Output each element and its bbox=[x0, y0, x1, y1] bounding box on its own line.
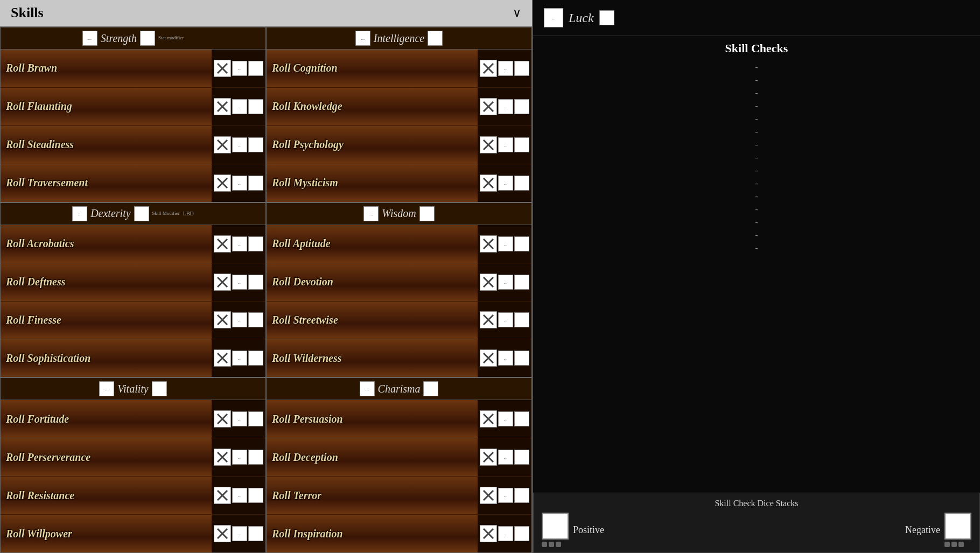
skill-empty-box-3[interactable] bbox=[248, 526, 263, 541]
skill-btn-roll-willpower[interactable]: Roll Willpower bbox=[1, 515, 212, 552]
skill-x-box-3[interactable] bbox=[480, 349, 497, 367]
skill-empty-box-1[interactable] bbox=[248, 450, 263, 465]
skill-btn-roll-sophistication[interactable]: Roll Sophistication bbox=[1, 339, 212, 377]
skill-btn-roll-perserverance[interactable]: Roll Perserverance bbox=[1, 438, 212, 476]
skill-x-box-0[interactable] bbox=[214, 410, 231, 428]
chevron-down-icon[interactable]: ∨ bbox=[513, 6, 521, 20]
stat-dots-vitality[interactable]: ... bbox=[99, 381, 114, 396]
stat-dots-dexterity[interactable]: ... bbox=[72, 206, 87, 221]
skill-empty-box-1[interactable] bbox=[514, 99, 529, 114]
skill-x-box-1[interactable] bbox=[214, 98, 231, 115]
skill-x-box-2[interactable] bbox=[480, 487, 497, 504]
skill-dots-box-1[interactable]: ... bbox=[232, 99, 247, 114]
skill-btn-roll-cognition[interactable]: Roll Cognition bbox=[267, 50, 478, 87]
skill-x-box-1[interactable] bbox=[214, 449, 231, 466]
skill-empty-box-1[interactable] bbox=[514, 275, 529, 290]
skill-x-box-2[interactable] bbox=[214, 136, 231, 153]
stat-val-intelligence[interactable] bbox=[428, 31, 443, 46]
skill-empty-box-2[interactable] bbox=[248, 137, 263, 152]
skill-btn-roll-deception[interactable]: Roll Deception bbox=[267, 438, 478, 476]
skill-x-box-3[interactable] bbox=[214, 349, 231, 367]
skill-empty-box-2[interactable] bbox=[514, 137, 529, 152]
skill-empty-box-0[interactable] bbox=[514, 236, 529, 251]
skill-x-box-0[interactable] bbox=[480, 410, 497, 428]
skill-dots-box-3[interactable]: ... bbox=[232, 176, 247, 191]
skill-btn-roll-traversement[interactable]: Roll Traversement bbox=[1, 164, 212, 202]
skill-x-box-0[interactable] bbox=[214, 60, 231, 77]
skill-dots-box-1[interactable]: ... bbox=[498, 450, 513, 465]
skill-x-box-0[interactable] bbox=[214, 235, 231, 253]
skill-x-box-1[interactable] bbox=[480, 98, 497, 115]
skill-x-box-0[interactable] bbox=[480, 235, 497, 253]
skill-dots-box-3[interactable]: ... bbox=[498, 351, 513, 366]
skill-dots-box-3[interactable]: ... bbox=[498, 176, 513, 191]
skill-x-box-3[interactable] bbox=[480, 525, 497, 542]
stat-dots-wisdom[interactable]: ... bbox=[363, 206, 379, 221]
skill-empty-box-1[interactable] bbox=[248, 275, 263, 290]
skill-dots-box-0[interactable]: ... bbox=[232, 236, 247, 251]
skill-btn-roll-resistance[interactable]: Roll Resistance bbox=[1, 477, 212, 514]
skill-dots-box-0[interactable]: ... bbox=[498, 411, 513, 426]
skill-empty-box-2[interactable] bbox=[248, 312, 263, 327]
skill-dots-box-2[interactable]: ... bbox=[232, 137, 247, 152]
stat-dots-intelligence[interactable]: ... bbox=[355, 31, 370, 46]
negative-dice-box[interactable] bbox=[944, 513, 971, 540]
skill-empty-box-3[interactable] bbox=[514, 526, 529, 541]
skill-empty-box-3[interactable] bbox=[248, 351, 263, 366]
skill-btn-roll-streetwise[interactable]: Roll Streetwise bbox=[267, 302, 478, 339]
skill-empty-box-2[interactable] bbox=[514, 488, 529, 503]
skill-btn-roll-wilderness[interactable]: Roll Wilderness bbox=[267, 339, 478, 377]
skill-dots-box-1[interactable]: ... bbox=[232, 275, 247, 290]
skill-btn-roll-aptitude[interactable]: Roll Aptitude bbox=[267, 225, 478, 263]
skill-dots-box-2[interactable]: ... bbox=[498, 312, 513, 327]
skill-btn-roll-inspiration[interactable]: Roll Inspiration bbox=[267, 515, 478, 552]
skill-btn-roll-terror[interactable]: Roll Terror bbox=[267, 477, 478, 514]
stat-dots-strength[interactable]: ... bbox=[82, 31, 97, 46]
skill-btn-roll-devotion[interactable]: Roll Devotion bbox=[267, 263, 478, 301]
skill-x-box-2[interactable] bbox=[480, 311, 497, 328]
skill-dots-box-3[interactable]: ... bbox=[232, 351, 247, 366]
skill-x-box-2[interactable] bbox=[214, 311, 231, 328]
positive-dice-box[interactable] bbox=[542, 513, 569, 540]
skill-btn-roll-persuasion[interactable]: Roll Persuasion bbox=[267, 400, 478, 438]
skill-btn-roll-deftness[interactable]: Roll Deftness bbox=[1, 263, 212, 301]
skill-dots-box-1[interactable]: ... bbox=[232, 450, 247, 465]
skill-empty-box-0[interactable] bbox=[514, 61, 529, 76]
skill-x-box-3[interactable] bbox=[480, 174, 497, 192]
skill-empty-box-0[interactable] bbox=[514, 411, 529, 426]
skill-x-box-1[interactable] bbox=[480, 449, 497, 466]
skill-dots-box-0[interactable]: ... bbox=[498, 61, 513, 76]
skill-empty-box-3[interactable] bbox=[248, 176, 263, 191]
skill-dots-box-1[interactable]: ... bbox=[498, 275, 513, 290]
luck-dots-box[interactable]: ... bbox=[544, 8, 563, 27]
skill-empty-box-0[interactable] bbox=[248, 236, 263, 251]
skill-empty-box-1[interactable] bbox=[248, 99, 263, 114]
stat-val-dexterity[interactable] bbox=[134, 206, 149, 221]
stat-val-charisma[interactable] bbox=[423, 381, 438, 396]
stat-dots-charisma[interactable]: ... bbox=[360, 381, 375, 396]
skill-x-box-0[interactable] bbox=[480, 60, 497, 77]
skill-dots-box-3[interactable]: ... bbox=[498, 526, 513, 541]
skill-dots-box-2[interactable]: ... bbox=[498, 137, 513, 152]
skill-empty-box-2[interactable] bbox=[248, 488, 263, 503]
skill-dots-box-1[interactable]: ... bbox=[498, 99, 513, 114]
skill-dots-box-0[interactable]: ... bbox=[232, 411, 247, 426]
skill-btn-roll-brawn[interactable]: Roll Brawn bbox=[1, 50, 212, 87]
skill-empty-box-1[interactable] bbox=[514, 450, 529, 465]
skill-empty-box-0[interactable] bbox=[248, 61, 263, 76]
stat-val-wisdom[interactable] bbox=[419, 206, 435, 221]
skill-btn-roll-psychology[interactable]: Roll Psychology bbox=[267, 126, 478, 164]
skill-x-box-2[interactable] bbox=[480, 136, 497, 153]
skill-empty-box-3[interactable] bbox=[514, 176, 529, 191]
skill-dots-box-0[interactable]: ... bbox=[232, 61, 247, 76]
skill-empty-box-0[interactable] bbox=[248, 411, 263, 426]
skill-dots-box-2[interactable]: ... bbox=[232, 312, 247, 327]
skill-dots-box-0[interactable]: ... bbox=[498, 236, 513, 251]
skill-btn-roll-mysticism[interactable]: Roll Mysticism bbox=[267, 164, 478, 202]
skill-x-box-1[interactable] bbox=[480, 274, 497, 291]
skill-x-box-2[interactable] bbox=[214, 487, 231, 504]
skill-btn-roll-knowledge[interactable]: Roll Knowledge bbox=[267, 88, 478, 125]
skill-empty-box-3[interactable] bbox=[514, 351, 529, 366]
skill-x-box-3[interactable] bbox=[214, 174, 231, 192]
skill-x-box-3[interactable] bbox=[214, 525, 231, 542]
